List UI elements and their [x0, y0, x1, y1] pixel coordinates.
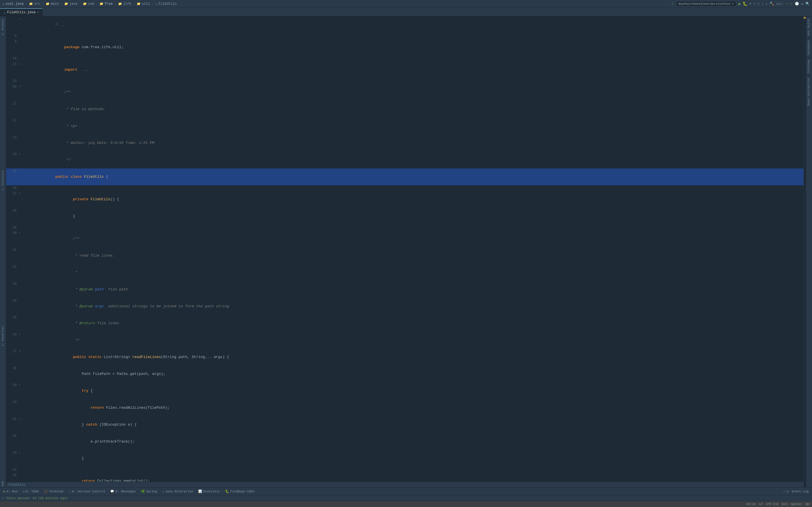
run-config-selector[interactable]: KeyPairCheckInnerServiceTest ▾: [676, 1, 736, 6]
step-over-button[interactable]: ↷: [757, 1, 760, 6]
fold-indicator[interactable]: ▾: [19, 191, 23, 208]
chevron-down-icon: ▾: [732, 2, 734, 6]
status-lf[interactable]: LF: [759, 503, 763, 506]
fold-indicator[interactable]: ▾: [19, 450, 23, 467]
line-number: 9: [6, 39, 19, 56]
code-line[interactable]: try {: [23, 383, 804, 399]
fold-indicator[interactable]: ▾: [19, 152, 23, 168]
right-tab-database[interactable]: Database: [806, 38, 812, 57]
bottom-tab-java-enterprise[interactable]: ☕ Java Enterprise: [160, 489, 196, 494]
breadcrumb-java[interactable]: 📁 java: [64, 2, 78, 6]
tab-close-button[interactable]: ✕: [37, 11, 39, 14]
status-git[interactable]: Git: master :@2: [782, 503, 810, 506]
code-line[interactable]: [23, 78, 804, 84]
breadcrumb-life[interactable]: 📁 life: [118, 2, 132, 6]
code-line[interactable]: * Author: yzq Date: 5/3/16 Time: 1:21 PM: [23, 135, 804, 152]
bottom-tab-spring[interactable]: 🌿 Spring: [139, 489, 160, 494]
breadcrumb-main[interactable]: 📁 main: [46, 2, 59, 6]
code-line[interactable]: return Files.readAllLines(filePath);: [23, 399, 804, 416]
code-line[interactable]: */: [23, 332, 804, 349]
build-button[interactable]: 🔨: [769, 1, 774, 6]
bottom-tab-version-control[interactable]: ↕ 9: Version Control: [66, 489, 107, 494]
code-line[interactable]: /**: [23, 230, 804, 247]
debug-button[interactable]: 🐛: [743, 1, 748, 6]
coverage-button[interactable]: ☂: [749, 1, 751, 6]
fold-indicator[interactable]: ▾: [19, 383, 23, 399]
fold-indicator[interactable]: ▾: [19, 168, 23, 185]
fold-indicator[interactable]: ▸: [19, 61, 23, 78]
step-into-button[interactable]: ↓: [761, 2, 763, 6]
bottom-tab-todo[interactable]: ☑ 6: TODO: [20, 489, 41, 494]
breadcrumb-cool-java[interactable]: ☕ cool.java: [2, 2, 24, 6]
breadcrumb-free[interactable]: 📁 free: [100, 2, 113, 6]
bottom-tab-run[interactable]: ▶ 4: Run: [1, 489, 20, 494]
status-encoding[interactable]: UTF-8 ⊞: [766, 502, 778, 506]
code-line[interactable]: Path filePath = Paths.get(path, args);: [23, 365, 804, 383]
bottom-tab-statistic[interactable]: 📊 Statistic: [196, 489, 222, 494]
code-line[interactable]: }: [23, 208, 804, 225]
bottom-tab-terminal[interactable]: ⬛ Terminal: [42, 489, 66, 494]
code-line[interactable]: */: [23, 152, 804, 168]
run-button[interactable]: ▶: [739, 1, 741, 6]
code-line[interactable]: e.printStackTrace();: [23, 433, 804, 450]
code-line[interactable]: * <p>: [23, 118, 804, 135]
right-tab-bean-validation[interactable]: Bean Validation: [806, 75, 812, 108]
code-line[interactable]: private FileUtils() {: [23, 191, 804, 208]
inspect-icon[interactable]: ✓: [672, 2, 674, 6]
fold-indicator[interactable]: ▾: [19, 16, 23, 33]
code-line[interactable]: /...: [23, 16, 804, 33]
structure-panel-tab[interactable]: 7: Structure: [1, 169, 5, 192]
status-line-col[interactable]: 25:14: [746, 503, 756, 506]
code-line[interactable]: public static List<String> readFileLines…: [23, 349, 804, 365]
breadcrumb-fileutils[interactable]: ☕ FileUtils: [155, 2, 177, 6]
right-tab-sciview[interactable]: SciView: [806, 57, 812, 75]
bottom-tab-event-log[interactable]: ✓ 1: Event Log: [781, 489, 811, 494]
code-line[interactable]: * read file lines.: [23, 247, 804, 264]
fold-indicator[interactable]: ▾: [19, 416, 23, 433]
line-row: 39 ▾ try {: [6, 383, 804, 399]
code-line[interactable]: }: [23, 450, 804, 467]
favorites-panel-tab[interactable]: 2: Favorites: [1, 325, 5, 347]
fold-indicator[interactable]: ▾: [19, 349, 23, 365]
tab-fileutils[interactable]: ☕ FileUtils.java ✕: [0, 8, 43, 16]
fold-indicator[interactable]: ▾: [19, 230, 23, 247]
bottom-tab-messages[interactable]: 💬 0: Messages: [108, 489, 138, 494]
code-line[interactable]: /**: [23, 84, 804, 101]
code-line[interactable]: * @param args additional strings to be j…: [23, 298, 804, 315]
code-scroll-area[interactable]: ▾ /... 8 9: [6, 16, 804, 482]
line-number: 37: [6, 349, 19, 365]
code-line[interactable]: [23, 56, 804, 61]
bottom-toolbar: ▶ 4: Run ☑ 6: TODO ⬛ Terminal ↕ 9: Versi…: [0, 487, 812, 495]
right-tab-any-build[interactable]: Any Build: [806, 16, 812, 38]
line-number: 27: [6, 191, 19, 208]
breadcrumb-com[interactable]: 📁 com: [83, 2, 94, 6]
event-log-tab-label: 1: Event Log: [786, 490, 809, 493]
code-line[interactable]: * @param path file path: [23, 281, 804, 298]
project-panel-tab[interactable]: 1: Project: [1, 17, 5, 37]
code-line[interactable]: [23, 225, 804, 230]
breadcrumb-src[interactable]: 📁 src: [29, 2, 40, 6]
git-check2-icon[interactable]: ✓: [791, 2, 793, 6]
git-history-icon[interactable]: 🕐: [795, 2, 799, 6]
code-line[interactable]: * @return file lines: [23, 315, 804, 332]
code-line[interactable]: [23, 467, 804, 473]
fold-indicator[interactable]: ▾: [19, 332, 23, 349]
force-step-button[interactable]: ⇓: [765, 1, 767, 6]
code-line[interactable]: [23, 33, 804, 39]
search-icon[interactable]: 🔍: [806, 2, 810, 6]
code-line[interactable]: package com.free.life.util;: [23, 39, 804, 56]
git-check-icon[interactable]: ✓: [786, 2, 788, 6]
code-line[interactable]: * file io methods.: [23, 101, 804, 118]
bottom-tab-findbugs[interactable]: 🐛 FindBugs-IDEA: [223, 489, 257, 494]
profile-button[interactable]: ⚡: [753, 1, 755, 6]
breadcrumb-util[interactable]: 📁 util: [137, 2, 150, 6]
code-line[interactable]: import ...: [23, 61, 804, 78]
web-panel-tab[interactable]: Web: [1, 480, 5, 487]
code-line[interactable]: return Collections.emptyList();: [23, 473, 804, 482]
git-undo-icon[interactable]: ↺: [801, 2, 803, 6]
code-line[interactable]: [23, 185, 804, 191]
code-line[interactable]: public class FileUtils {: [23, 168, 804, 185]
code-line[interactable]: *: [23, 264, 804, 281]
code-line[interactable]: } catch (IOException e) {: [23, 416, 804, 433]
fold-indicator[interactable]: ▾: [19, 84, 23, 101]
